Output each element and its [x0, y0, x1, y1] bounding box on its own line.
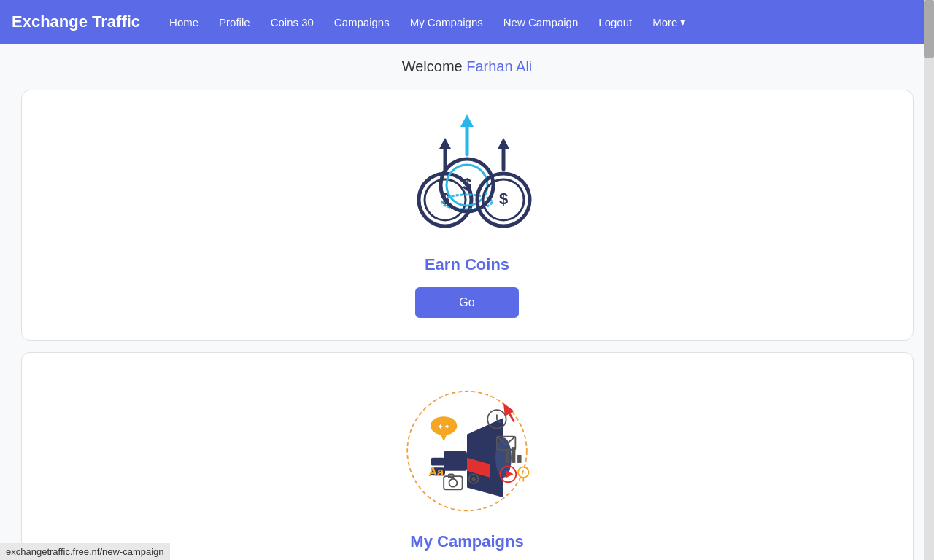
- svg-marker-36: [506, 470, 514, 478]
- scrollbar-thumb[interactable]: [924, 0, 934, 58]
- username-link[interactable]: Farhan Ali: [466, 58, 532, 74]
- brand-logo[interactable]: Exchange Traffic: [12, 12, 140, 31]
- navbar: Exchange Traffic Home Profile Coins 30 C…: [0, 0, 934, 44]
- svg-rect-21: [431, 458, 445, 466]
- nav-coins[interactable]: Coins 30: [262, 10, 323, 34]
- my-campaigns-card: ✦✦: [21, 352, 914, 560]
- earn-coins-go-button[interactable]: Go: [415, 287, 518, 318]
- welcome-label: Welcome: [402, 58, 467, 74]
- status-url: exchangetraffic.free.nf/new-campaign: [6, 546, 164, 557]
- svg-text:$: $: [499, 190, 508, 208]
- status-bar: exchangetraffic.free.nf/new-campaign: [0, 543, 170, 560]
- svg-text:✦✦: ✦✦: [437, 422, 450, 431]
- nav-home[interactable]: Home: [161, 10, 207, 34]
- svg-line-30: [509, 413, 514, 421]
- svg-rect-34: [517, 455, 521, 463]
- earn-coins-card: $ $ $: [21, 90, 914, 341]
- nav-my-campaigns[interactable]: My Campaigns: [401, 10, 492, 34]
- svg-rect-32: [506, 451, 509, 463]
- svg-rect-33: [512, 447, 515, 463]
- svg-marker-10: [460, 114, 474, 127]
- chevron-down-icon: ▾: [680, 15, 686, 28]
- main-content: Welcome Farhan Ali $ $: [9, 44, 925, 560]
- my-campaigns-illustration: ✦✦: [394, 375, 540, 521]
- svg-point-43: [471, 477, 475, 481]
- my-campaigns-title: My Campaigns: [410, 532, 523, 551]
- svg-rect-17: [444, 451, 467, 471]
- svg-marker-15: [498, 138, 509, 149]
- earn-coins-title: Earn Coins: [425, 255, 509, 274]
- nav-new-campaign[interactable]: New Campaign: [495, 10, 587, 34]
- svg-text:$: $: [463, 175, 471, 193]
- svg-marker-29: [499, 400, 514, 416]
- nav-menu: Home Profile Coins 30 Campaigns My Campa…: [161, 9, 695, 34]
- nav-logout[interactable]: Logout: [590, 10, 641, 34]
- nav-more-button[interactable]: More ▾: [644, 9, 695, 34]
- svg-marker-25: [441, 434, 447, 442]
- nav-campaigns[interactable]: Campaigns: [325, 10, 398, 34]
- earn-coins-illustration: $ $ $: [401, 112, 533, 244]
- svg-point-40: [449, 479, 457, 487]
- scrollbar-track[interactable]: [924, 0, 934, 560]
- svg-text:Aa: Aa: [428, 465, 444, 478]
- svg-marker-4: [439, 138, 451, 149]
- nav-profile[interactable]: Profile: [210, 10, 259, 34]
- welcome-banner: Welcome Farhan Ali: [21, 58, 914, 75]
